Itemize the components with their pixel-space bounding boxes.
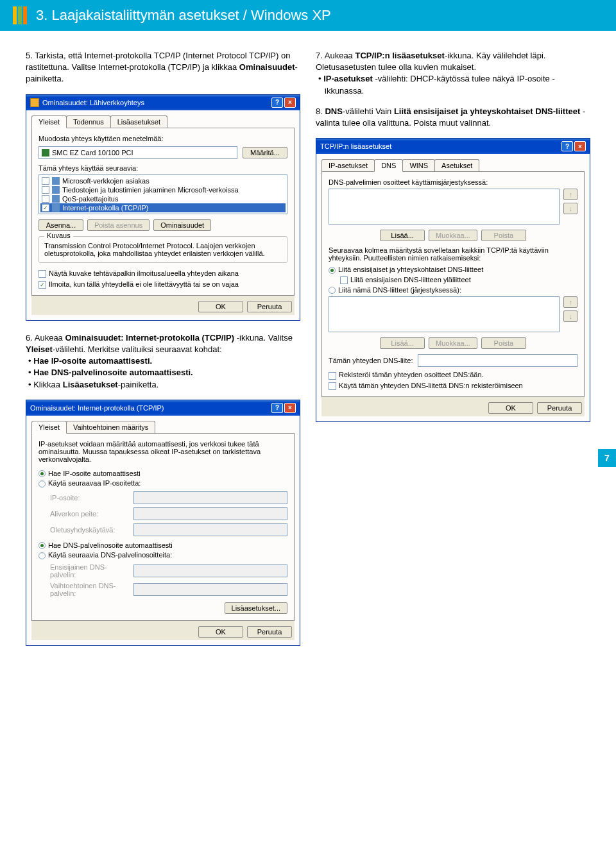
edit-button[interactable]: Muokkaa... (429, 230, 477, 241)
ip-field (133, 491, 287, 504)
description-text: Transmission Control Protocol/Internet P… (44, 242, 282, 257)
qos-icon (52, 195, 60, 203)
connect-using-label: Muodosta yhteys käyttäen menetelmää: (38, 135, 287, 142)
step-7: 7. Aukeaa TCP/IP:n lisäasetukset-ikkuna.… (316, 50, 590, 97)
titlebar[interactable]: TCP/IP:n lisäasetukset ? × (316, 139, 590, 154)
dns-order-label: DNS-palvelimien osoitteet käyttämisjärje… (329, 178, 578, 186)
suffix-input[interactable] (418, 354, 578, 367)
radio-append-these[interactable]: Liitä nämä DNS-liitteet (järjestyksessä)… (329, 286, 578, 294)
uses-label: Tämä yhteys käyttää seuraavia: (38, 164, 287, 172)
radio-append-primary[interactable]: Liitä ensisijaiset ja yhteyskohtaiset DN… (329, 266, 578, 274)
checkbox[interactable] (42, 195, 49, 203)
radio-dns-manual[interactable]: Käytä seuraavia DNS-palvelinosoitteita: (38, 551, 287, 559)
help-button[interactable]: ? (271, 403, 283, 413)
dns2-field (133, 583, 287, 596)
dns1-label: Ensisijainen DNS-palvelin: (50, 563, 127, 579)
delete-button[interactable]: Poista (481, 337, 526, 349)
use-suffix-row[interactable]: Käytä tämän yhteyden DNS-liitettä DNS:n … (329, 382, 578, 390)
titlebar[interactable]: Ominaisuudet: Internet-protokolla (TCP/I… (26, 400, 300, 416)
radio-ip-manual[interactable]: Käytä seuraavaa IP-osoitetta: (38, 479, 287, 488)
window-tcpip-properties: Ominaisuudet: Internet-protokolla (TCP/I… (26, 400, 300, 646)
checkbox[interactable] (38, 270, 46, 278)
install-button[interactable]: Asenna... (38, 219, 83, 231)
dns-servers-list[interactable] (329, 189, 560, 225)
gw-label: Oletusyhdyskäytävä: (50, 526, 127, 534)
tab-todennus[interactable]: Todennus (66, 115, 111, 128)
window-tcpip-advanced: TCP/IP:n lisäasetukset ? × IP-asetukset … (316, 138, 590, 421)
step-6: 6. Aukeaa Ominaisuudet: Internet-protoko… (26, 332, 300, 391)
window-lan-properties: Ominaisuudet: Lähiverkkoyhteys ? × Yleis… (26, 94, 300, 321)
gw-field (133, 523, 287, 536)
ok-button[interactable]: OK (488, 402, 533, 414)
suffix-label: Tämän yhteyden DNS-liite: (329, 357, 413, 364)
window-title: Ominaisuudet: Lähiverkkoyhteys (42, 99, 144, 106)
sub-append-parent[interactable]: Liitä ensisijaisen DNS-liitteen yläliitt… (329, 276, 578, 284)
tab-yleiset[interactable]: Yleiset (31, 115, 67, 128)
radio-dns-auto[interactable]: Hae DNS-palvelinosoite automaattisesti (38, 541, 287, 550)
configure-button[interactable]: Määritä... (243, 147, 287, 158)
tcpip-icon (52, 204, 60, 212)
checkbox[interactable]: ✓ (38, 281, 46, 289)
tab-lisaasetukset[interactable]: Lisäasetukset (110, 115, 167, 128)
tab-vaihtoehtoinen[interactable]: Vaihtoehtoinen määritys (66, 421, 155, 433)
list-item[interactable]: QoS-pakettajoitus (40, 194, 286, 203)
tab-ip[interactable]: IP-asetukset (321, 159, 375, 171)
cancel-button[interactable]: Peruuta (247, 301, 292, 312)
mask-label: Aliverkon peite: (50, 510, 127, 518)
ok-button[interactable]: OK (198, 626, 243, 638)
move-up-button[interactable]: ↑ (563, 296, 578, 308)
properties-button[interactable]: Ominaisuudet (153, 219, 211, 231)
adapter-field[interactable]: SMC EZ Card 10/100 PCI (38, 146, 237, 159)
register-row[interactable]: Rekisteröi tämän yhteyden osoitteet DNS:… (329, 371, 578, 379)
advanced-button[interactable]: Lisäasetukset... (225, 602, 287, 614)
add-button[interactable]: Lisää... (380, 337, 425, 349)
move-up-button[interactable]: ↑ (563, 189, 578, 200)
header-stripes (13, 6, 28, 24)
checkbox[interactable]: ✓ (42, 204, 49, 212)
checkbox[interactable] (42, 177, 49, 185)
client-icon (52, 177, 60, 185)
help-button[interactable]: ? (271, 98, 283, 108)
show-icon-row[interactable]: Näytä kuvake tehtäväpalkin ilmoitusaluee… (38, 269, 287, 278)
edit-button[interactable]: Muokkaa... (429, 337, 477, 349)
tab-asetukset[interactable]: Asetukset (434, 159, 479, 171)
close-button[interactable]: × (284, 98, 296, 108)
cancel-button[interactable]: Peruuta (537, 402, 582, 414)
tabs: IP-asetukset DNS WINS Asetukset (321, 159, 585, 172)
titlebar[interactable]: Ominaisuudet: Lähiverkkoyhteys ? × (26, 95, 300, 110)
move-down-button[interactable]: ↓ (563, 310, 578, 322)
list-item[interactable]: Microsoft-verkkojen asiakas (40, 176, 286, 185)
three-settings-text: Seuraavaa kolmea määritystä sovelletaan … (329, 246, 578, 262)
nic-icon (42, 149, 49, 157)
tab-wins[interactable]: WINS (402, 159, 435, 171)
dns-suffix-list[interactable] (329, 296, 560, 332)
ok-button[interactable]: OK (198, 301, 243, 312)
section-header: 3. Laajakaistaliittymän asetukset / Wind… (0, 0, 616, 31)
checkbox[interactable] (42, 186, 49, 194)
close-button[interactable]: × (574, 141, 586, 151)
radio-ip-auto[interactable]: Hae IP-osoite automaattisesti (38, 470, 287, 478)
notify-row[interactable]: ✓Ilmoita, kun tällä yhteydellä ei ole li… (38, 280, 287, 289)
help-button[interactable]: ? (561, 141, 573, 151)
tabs: Yleiset Todennus Lisäasetukset (31, 115, 295, 128)
tab-yleiset[interactable]: Yleiset (31, 421, 67, 434)
list-item[interactable]: Tiedostojen ja tulostimien jakaminen Mic… (40, 185, 286, 194)
window-icon (30, 98, 39, 107)
mask-field (133, 507, 287, 520)
components-list[interactable]: Microsoft-verkkojen asiakas Tiedostojen … (38, 174, 287, 214)
tabs: Yleiset Vaihtoehtoinen määritys (31, 421, 295, 434)
sharing-icon (52, 186, 60, 194)
window-title: TCP/IP:n lisäasetukset (320, 142, 391, 150)
cancel-button[interactable]: Peruuta (247, 626, 292, 638)
close-button[interactable]: × (284, 403, 296, 413)
tab-dns[interactable]: DNS (374, 159, 403, 172)
description-group: Kuvaus Transmission Control Protocol/Int… (38, 236, 287, 263)
intro-text: IP-asetukset voidaan määrittää automaatt… (38, 440, 287, 463)
add-button[interactable]: Lisää... (380, 230, 425, 241)
list-item-tcpip[interactable]: ✓ Internet-protokolla (TCP/IP) (40, 203, 286, 212)
description-title: Kuvaus (44, 232, 73, 239)
ip-label: IP-osoite: (50, 494, 127, 502)
uninstall-button[interactable]: Poista asennus (87, 219, 150, 231)
move-down-button[interactable]: ↓ (563, 203, 578, 214)
delete-button[interactable]: Poista (481, 230, 526, 241)
